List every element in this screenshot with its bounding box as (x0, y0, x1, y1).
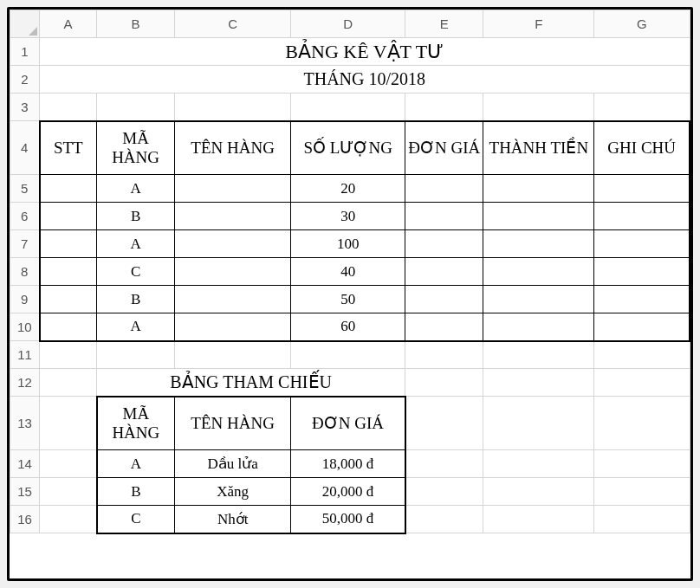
cell-E13[interactable] (405, 397, 483, 450)
cell-A6[interactable] (40, 203, 97, 230)
cell-A3[interactable] (40, 94, 97, 121)
main-hdr-ten[interactable]: TÊN HÀNG (175, 121, 291, 175)
row-header-15[interactable]: 15 (10, 478, 40, 506)
cell-A5[interactable] (40, 175, 97, 203)
cell-D5[interactable]: 20 (291, 175, 405, 203)
col-header-F[interactable]: F (483, 10, 594, 38)
cell-E11[interactable] (405, 341, 483, 369)
cell-F10[interactable] (483, 313, 594, 341)
cell-E9[interactable] (405, 286, 483, 313)
sheet-subtitle[interactable]: THÁNG 10/2018 (40, 66, 690, 94)
cell-G5[interactable] (594, 175, 690, 203)
row-header-6[interactable]: 6 (10, 203, 40, 230)
cell-C3[interactable] (175, 94, 291, 121)
cell-B7[interactable]: A (97, 230, 175, 258)
cell-F13[interactable] (483, 397, 594, 450)
cell-A14[interactable] (40, 450, 97, 478)
cell-F11[interactable] (483, 341, 594, 369)
cell-D8[interactable]: 40 (291, 258, 405, 286)
cell-D7[interactable]: 100 (291, 230, 405, 258)
main-hdr-gc[interactable]: GHI CHÚ (594, 121, 690, 175)
cell-C6[interactable] (175, 203, 291, 230)
row-header-2[interactable]: 2 (10, 66, 40, 94)
row-header-16[interactable]: 16 (10, 506, 40, 533)
main-hdr-dg[interactable]: ĐƠN GIÁ (405, 121, 483, 175)
cell-C9[interactable] (175, 286, 291, 313)
cell-F3[interactable] (483, 94, 594, 121)
row-header-4[interactable]: 4 (10, 121, 40, 175)
cell-B8[interactable]: C (97, 258, 175, 286)
cell-B10[interactable]: A (97, 313, 175, 341)
cell-D14[interactable]: 18,000 đ (291, 450, 405, 478)
ref-hdr-ten[interactable]: TÊN HÀNG (175, 397, 291, 450)
cell-E16[interactable] (405, 506, 483, 533)
cell-C14[interactable]: Dầu lửa (175, 450, 291, 478)
cell-B5[interactable]: A (97, 175, 175, 203)
cell-G9[interactable] (594, 286, 690, 313)
row-header-9[interactable]: 9 (10, 286, 40, 313)
cell-A16[interactable] (40, 506, 97, 533)
ref-hdr-ma[interactable]: MÃ HÀNG (97, 397, 175, 450)
cell-C15[interactable]: Xăng (175, 478, 291, 506)
cell-F15[interactable] (483, 478, 594, 506)
ref-hdr-dg[interactable]: ĐƠN GIÁ (291, 397, 405, 450)
cell-E15[interactable] (405, 478, 483, 506)
cell-C5[interactable] (175, 175, 291, 203)
cell-F9[interactable] (483, 286, 594, 313)
cell-A13[interactable] (40, 397, 97, 450)
cell-A12[interactable] (40, 369, 97, 397)
cell-F5[interactable] (483, 175, 594, 203)
cell-F12[interactable] (483, 369, 594, 397)
cell-G13[interactable] (594, 397, 690, 450)
cell-D6[interactable]: 30 (291, 203, 405, 230)
cell-F14[interactable] (483, 450, 594, 478)
col-header-A[interactable]: A (40, 10, 97, 38)
cell-E14[interactable] (405, 450, 483, 478)
cell-A11[interactable] (40, 341, 97, 369)
cell-E12[interactable] (405, 369, 483, 397)
main-hdr-stt[interactable]: STT (40, 121, 97, 175)
cell-A8[interactable] (40, 258, 97, 286)
row-header-12[interactable]: 12 (10, 369, 40, 397)
cell-B15[interactable]: B (97, 478, 175, 506)
col-header-C[interactable]: C (175, 10, 291, 38)
cell-D15[interactable]: 20,000 đ (291, 478, 405, 506)
cell-D11[interactable] (291, 341, 405, 369)
col-header-D[interactable]: D (291, 10, 405, 38)
cell-E5[interactable] (405, 175, 483, 203)
ref-title[interactable]: BẢNG THAM CHIẾU (97, 369, 405, 397)
cell-G10[interactable] (594, 313, 690, 341)
select-all-corner[interactable] (10, 10, 40, 38)
cell-E6[interactable] (405, 203, 483, 230)
cell-B9[interactable]: B (97, 286, 175, 313)
cell-G14[interactable] (594, 450, 690, 478)
cell-A9[interactable] (40, 286, 97, 313)
row-header-13[interactable]: 13 (10, 397, 40, 450)
cell-D9[interactable]: 50 (291, 286, 405, 313)
cell-E7[interactable] (405, 230, 483, 258)
col-header-B[interactable]: B (97, 10, 175, 38)
cell-A15[interactable] (40, 478, 97, 506)
cell-C8[interactable] (175, 258, 291, 286)
sheet-title[interactable]: BẢNG KÊ VẬT TƯ (40, 38, 690, 66)
cell-E10[interactable] (405, 313, 483, 341)
cell-A10[interactable] (40, 313, 97, 341)
row-header-7[interactable]: 7 (10, 230, 40, 258)
cell-E3[interactable] (405, 94, 483, 121)
cell-G11[interactable] (594, 341, 690, 369)
cell-B16[interactable]: C (97, 506, 175, 533)
cell-D16[interactable]: 50,000 đ (291, 506, 405, 533)
cell-G12[interactable] (594, 369, 690, 397)
col-header-G[interactable]: G (594, 10, 690, 38)
cell-D3[interactable] (291, 94, 405, 121)
main-hdr-ma[interactable]: MÃ HÀNG (97, 121, 175, 175)
cell-D10[interactable]: 60 (291, 313, 405, 341)
row-header-11[interactable]: 11 (10, 341, 40, 369)
cell-C16[interactable]: Nhớt (175, 506, 291, 533)
cell-G8[interactable] (594, 258, 690, 286)
row-header-8[interactable]: 8 (10, 258, 40, 286)
row-header-10[interactable]: 10 (10, 313, 40, 341)
row-header-14[interactable]: 14 (10, 450, 40, 478)
cell-B11[interactable] (97, 341, 175, 369)
cell-C7[interactable] (175, 230, 291, 258)
